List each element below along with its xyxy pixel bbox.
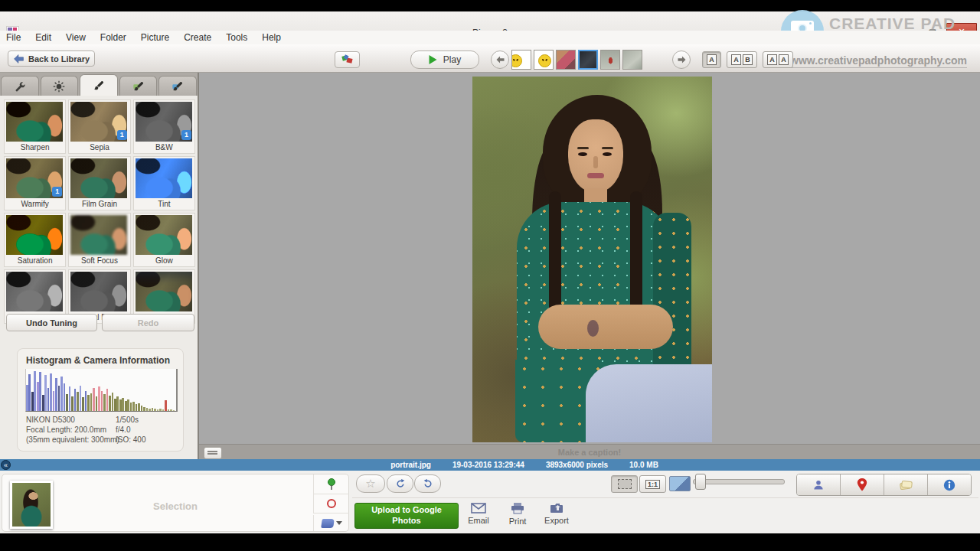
histogram-title: Histogram & Camera Information: [26, 355, 170, 366]
histogram-bar: [116, 396, 119, 411]
menu-item-help[interactable]: Help: [262, 32, 289, 43]
info-icon: [943, 479, 956, 491]
histogram-bar: [106, 389, 109, 411]
effect-thumbnail: [70, 215, 127, 255]
effect-softfocus[interactable]: Soft Focus: [68, 213, 130, 267]
histogram-bar: [130, 403, 132, 411]
edit-side-panel: Sharpen1Sepia1B&W1WarmifyFilm GrainTintS…: [0, 73, 199, 459]
selected-photo-thumb[interactable]: [10, 481, 53, 529]
smiley-thumb-image: [511, 54, 522, 67]
menu-item-view[interactable]: View: [66, 32, 94, 43]
collapse-tray-icon[interactable]: «: [1, 460, 11, 470]
website-link[interactable]: www.creativepadphotography.com: [790, 54, 967, 67]
histogram-bar: [39, 372, 41, 411]
email-button[interactable]: Email: [461, 503, 496, 530]
menu-item-file[interactable]: File: [6, 32, 29, 43]
actual-size-button[interactable]: 1:1: [639, 475, 666, 493]
play-button[interactable]: Play: [410, 51, 479, 69]
effect-count-badge: 1: [117, 130, 127, 140]
histogram-bar: [127, 399, 129, 411]
view-mode-ab[interactable]: AB: [727, 51, 757, 68]
effect-warmify[interactable]: 1Warmify: [4, 156, 66, 210]
fit-to-window-button[interactable]: [611, 475, 638, 493]
histogram-bar: [114, 399, 116, 412]
effect-label: Glow: [136, 255, 193, 266]
menu-item-tools[interactable]: Tools: [226, 32, 256, 43]
upload-label: Upload to Google Photos: [368, 505, 445, 527]
arrow-right-icon: [678, 56, 686, 64]
print-button[interactable]: Print: [500, 503, 535, 530]
effect-sepia[interactable]: 1Sepia: [68, 99, 130, 154]
effect-tint[interactable]: Tint: [133, 156, 195, 210]
selection-tray: Selection: [2, 474, 349, 532]
nav-thumb-2[interactable]: [534, 50, 554, 70]
zoom-photo-icon: [669, 476, 691, 491]
properties-button[interactable]: [928, 474, 971, 495]
export-button[interactable]: Export: [539, 503, 574, 530]
histogram-bar: [34, 371, 36, 411]
histogram-bar: [170, 409, 172, 411]
histogram-bar: [74, 389, 77, 411]
menu-item-picture[interactable]: Picture: [141, 32, 178, 43]
effect-glow[interactable]: Glow: [133, 213, 195, 267]
previous-photo-button[interactable]: [491, 51, 509, 69]
status-datetime: 19-03-2016 13:29:44: [452, 461, 524, 469]
menu-item-create[interactable]: Create: [184, 32, 220, 43]
status-filename: portrait.jpg: [390, 461, 431, 469]
people-button[interactable]: [797, 474, 841, 495]
printer-icon: [511, 503, 524, 514]
add-label-dropdown[interactable]: [313, 515, 349, 531]
effect-thumbnail: [70, 158, 127, 198]
histogram-bar: [165, 400, 167, 411]
tab-tuning[interactable]: [41, 76, 79, 96]
effect-label: Tint: [136, 198, 193, 210]
view-letter: A: [731, 54, 741, 65]
zoom-slider[interactable]: [693, 479, 785, 484]
undo-tuning-button[interactable]: Undo Tuning: [6, 314, 97, 331]
upload-to-google-photos-button[interactable]: Upload to Google Photos: [354, 503, 459, 529]
effect-saturation[interactable]: Saturation: [4, 213, 66, 267]
rotate-left-button[interactable]: [387, 474, 413, 493]
status-filesize: 10.0 MB: [629, 461, 658, 469]
effect-sharpen[interactable]: Sharpen: [4, 99, 66, 154]
nav-thumb-3[interactable]: [556, 50, 576, 70]
effect-bw[interactable]: 1B&W: [133, 99, 195, 154]
star-icon: ☆: [365, 477, 375, 491]
histogram-bar: [146, 408, 149, 411]
histogram-bar: [159, 409, 162, 411]
star-button[interactable]: ☆: [356, 474, 385, 493]
histogram-bar: [82, 397, 84, 411]
tab-effects-1[interactable]: [80, 74, 118, 96]
tab-effects-2[interactable]: [119, 76, 158, 96]
zoom-slider-handle[interactable]: [695, 474, 706, 490]
clear-selection-button[interactable]: [313, 494, 349, 514]
effect-filmgrain[interactable]: Film Grain: [68, 156, 130, 210]
hold-selection-button[interactable]: [313, 474, 349, 494]
tab-effects-3[interactable]: [158, 76, 197, 96]
redo-button[interactable]: Redo: [102, 314, 194, 331]
info-toolbar: [796, 474, 972, 496]
nav-thumb-5[interactable]: [600, 50, 620, 70]
nav-thumb-1[interactable]: [511, 50, 531, 70]
rotate-right-button[interactable]: [414, 474, 441, 493]
histogram-bar: [143, 407, 145, 412]
histogram-bar: [47, 388, 50, 411]
iso: ISO: 400: [116, 435, 145, 445]
view-mode-a[interactable]: A: [702, 51, 721, 68]
caption-placeholder[interactable]: Make a caption!: [199, 448, 980, 457]
create-collage-button[interactable]: [335, 51, 360, 68]
nav-thumb-6[interactable]: [622, 50, 642, 70]
histogram-bar: [122, 398, 124, 411]
one-to-one-icon: 1:1: [645, 480, 660, 489]
menu-item-edit[interactable]: Edit: [35, 32, 60, 43]
histogram-bar: [96, 396, 98, 411]
effect-count-badge: 1: [52, 187, 62, 197]
next-photo-button[interactable]: [672, 51, 691, 69]
view-mode-aa[interactable]: AA: [763, 51, 793, 68]
tags-button[interactable]: [884, 474, 928, 495]
places-button[interactable]: [841, 474, 884, 495]
back-to-library-button[interactable]: Back to Library: [8, 51, 95, 67]
nav-thumb-4[interactable]: [578, 50, 598, 70]
tab-basic-fixes[interactable]: [1, 76, 39, 96]
menu-item-folder[interactable]: Folder: [100, 32, 135, 43]
